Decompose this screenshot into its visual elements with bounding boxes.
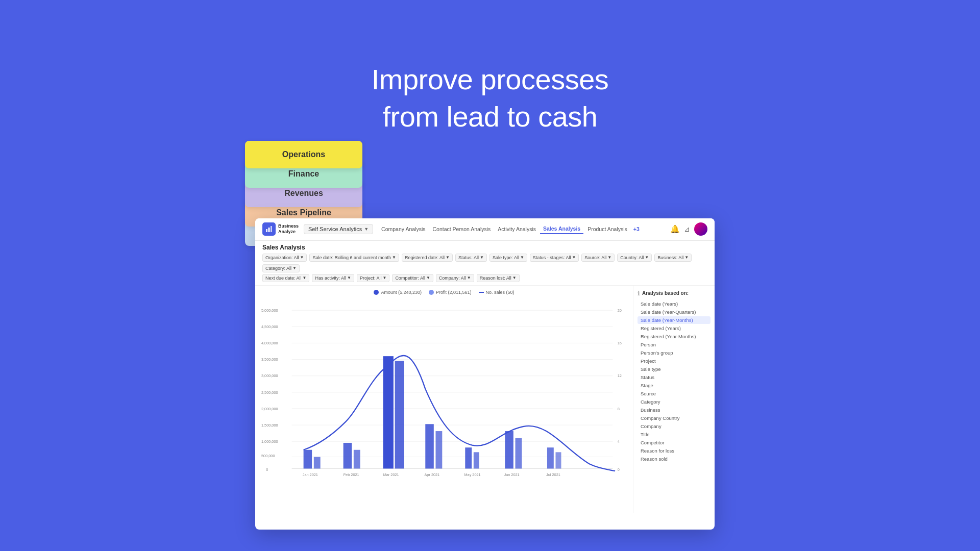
hero-title: Improve processes from lead to cash [372, 61, 609, 136]
logo-icon [262, 222, 276, 236]
svg-rect-31 [304, 449, 312, 468]
filter-chip-project[interactable]: Project: All ▼ [357, 274, 389, 282]
nav-tab-contact[interactable]: Contact Person Analysis [429, 224, 494, 234]
legend-profit: Profit (2,011,561) [429, 290, 472, 295]
filter-chip-status[interactable]: Status: All ▼ [455, 254, 487, 262]
filter-chip-saledate[interactable]: Sale date: Rolling 6 and current month ▼ [309, 254, 399, 262]
panel-item-8[interactable]: Project [638, 357, 710, 365]
nav-tab-product[interactable]: Product Analysis [584, 224, 630, 234]
info-icon: ℹ [638, 290, 640, 297]
panel-item-14[interactable]: Business [638, 406, 710, 414]
panel-item-11[interactable]: Stage [638, 382, 710, 389]
svg-rect-36 [395, 361, 404, 468]
svg-rect-35 [383, 356, 394, 468]
filter-chip-company[interactable]: Company: All ▼ [436, 274, 474, 282]
svg-text:20: 20 [618, 308, 622, 313]
svg-text:Apr 2021: Apr 2021 [424, 472, 439, 477]
svg-text:3,500,000: 3,500,000 [261, 357, 278, 362]
panel-item-12[interactable]: Source [638, 390, 710, 397]
svg-rect-38 [435, 431, 442, 468]
filter-chip-competitor[interactable]: Competitor: All ▼ [392, 274, 433, 282]
nav-icons: 🔔 ⊿ [670, 222, 707, 236]
filter-chip-country[interactable]: Country: All ▼ [617, 254, 652, 262]
svg-text:1,000,000: 1,000,000 [261, 439, 278, 444]
panel-item-19[interactable]: Reason for loss [638, 447, 710, 455]
nav-tab-company[interactable]: Company Analysis [378, 224, 428, 234]
svg-text:3,000,000: 3,000,000 [261, 373, 278, 378]
filter-row-1: Organization: All ▼ Sale date: Rolling 6… [262, 254, 707, 272]
panel-item-15[interactable]: Company Country [638, 414, 710, 422]
panel-item-10[interactable]: Status [638, 373, 710, 381]
chart-svg: 5,000,000 4,500,000 4,000,000 3,500,000 … [261, 297, 627, 486]
panel-item-20[interactable]: Reason sold [638, 455, 710, 463]
svg-rect-0 [266, 229, 267, 232]
panel-item-9[interactable]: Sale type [638, 365, 710, 373]
svg-rect-41 [505, 431, 513, 468]
panel-item-5[interactable]: Registered (Year-Months) [638, 333, 710, 340]
chart-and-panel: Amount (5,240,230) Profit (2,011,561) No… [255, 286, 715, 513]
filter-icon[interactable]: ⊿ [684, 225, 690, 233]
hero-title-line2: from lead to cash [382, 101, 597, 133]
svg-text:2,500,000: 2,500,000 [261, 390, 278, 394]
panel-item-13[interactable]: Category [638, 398, 710, 406]
plus-badge[interactable]: +3 [631, 224, 642, 234]
right-panel: ℹ Analysis based on: Sale date (Years) S… [633, 286, 715, 513]
svg-rect-34 [354, 449, 360, 468]
chart-main: Amount (5,240,230) Profit (2,011,561) No… [255, 286, 633, 513]
svg-rect-39 [465, 447, 472, 468]
svg-text:8: 8 [618, 406, 620, 411]
avatar[interactable] [694, 222, 707, 236]
filter-bar: Sales Analysis Organization: All ▼ Sale … [255, 241, 715, 286]
legend-amount: Amount (5,240,230) [374, 290, 422, 295]
panel-item-16[interactable]: Company [638, 422, 710, 430]
svg-text:0: 0 [618, 467, 620, 472]
filter-chip-regdate[interactable]: Registered date: All ▼ [402, 254, 453, 262]
filter-chip-duedate[interactable]: Next due date: All ▼ [262, 274, 309, 282]
filter-chip-source[interactable]: Source: All ▼ [581, 254, 615, 262]
svg-text:16: 16 [618, 341, 622, 345]
nav-tab-sales[interactable]: Sales Analysis [540, 224, 583, 234]
filter-chip-saletype[interactable]: Sale type: All ▼ [489, 254, 527, 262]
svg-text:Jun 2021: Jun 2021 [504, 472, 519, 477]
filter-chip-category[interactable]: Category: All ▼ [262, 264, 300, 272]
panel-item-6[interactable]: Person [638, 341, 710, 348]
tab-operations[interactable]: Operations [245, 141, 362, 168]
panel-item-2[interactable]: Sale date (Year-Quarters) [638, 308, 710, 316]
svg-rect-1 [268, 228, 270, 232]
hero-section: Improve processes from lead to cash [372, 31, 609, 136]
svg-rect-40 [474, 452, 479, 468]
filter-chip-business[interactable]: Business: All ▼ [654, 254, 692, 262]
panel-item-7[interactable]: Person's group [638, 349, 710, 357]
svg-rect-37 [425, 424, 434, 468]
svg-text:1,500,000: 1,500,000 [261, 422, 278, 427]
panel-item-17[interactable]: Title [638, 431, 710, 438]
svg-text:2,000,000: 2,000,000 [261, 406, 278, 411]
cards-stack: Operations Finance Revenues Sales Pipeli… [245, 141, 735, 488]
tab-sales-pipeline-label: Sales Pipeline [276, 208, 331, 217]
service-selector-label: Self Service Analytics [308, 226, 362, 232]
tab-operations-label: Operations [282, 150, 325, 159]
filter-chip-reasonlost[interactable]: Reason lost: All ▼ [477, 274, 520, 282]
panel-item-1[interactable]: Sale date (Years) [638, 300, 710, 308]
info-icon-row: ℹ Analysis based on: [638, 290, 710, 297]
logo-text: Business Analyze [278, 223, 299, 235]
nav-tab-activity[interactable]: Activity Analysis [495, 224, 539, 234]
panel-item-18[interactable]: Competitor [638, 439, 710, 446]
svg-rect-42 [516, 438, 522, 468]
service-selector[interactable]: Self Service Analytics ▼ [304, 224, 373, 234]
filter-chip-stages[interactable]: Status - stages: All ▼ [530, 254, 579, 262]
panel-item-4[interactable]: Registered (Years) [638, 324, 710, 332]
svg-text:4: 4 [618, 439, 620, 444]
svg-text:5,000,000: 5,000,000 [261, 308, 278, 313]
chevron-down-icon: ▼ [364, 227, 369, 232]
filter-title: Sales Analysis [262, 244, 707, 251]
svg-rect-43 [547, 447, 554, 468]
filter-chip-activity[interactable]: Has activity: All ▼ [312, 274, 354, 282]
panel-item-3-highlighted[interactable]: Sale date (Year-Months) [638, 316, 710, 324]
chart-legend: Amount (5,240,230) Profit (2,011,561) No… [261, 290, 627, 295]
svg-rect-44 [555, 452, 561, 468]
tab-finance-label: Finance [288, 169, 319, 179]
bell-icon[interactable]: 🔔 [670, 224, 680, 234]
main-app-window: Business Analyze Self Service Analytics … [255, 218, 715, 530]
filter-chip-org[interactable]: Organization: All ▼ [262, 254, 307, 262]
